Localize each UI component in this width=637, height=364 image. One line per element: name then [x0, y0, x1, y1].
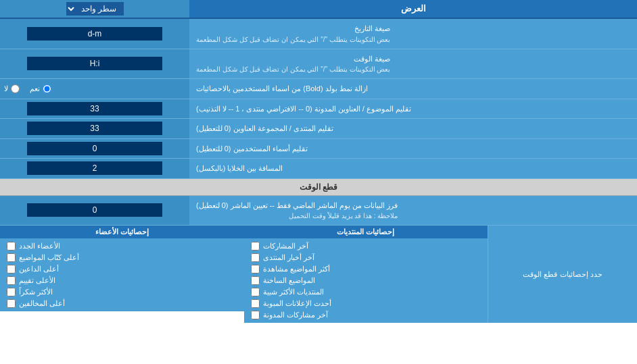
forums-stats-header: إحصائيات المنتديات [244, 226, 488, 238]
members-stat-item: أعلى الداعين [7, 265, 237, 274]
members-stat-checkbox-4[interactable] [7, 276, 16, 285]
cell-spacing-row: المسافة بين الخلايا (بالبكسل) [0, 159, 637, 179]
date-format-label: صيغة التاريخ بعض التكوينات يتطلب "/" الت… [189, 19, 637, 49]
forums-stat-checkbox-5[interactable] [251, 288, 260, 296]
forum-pagination-label: تقليم المنتدى / المجموعة العناوين (0 للت… [189, 119, 637, 138]
topics-pagination-input[interactable] [27, 102, 162, 115]
select-cell[interactable]: سطر واحد سطران ثلاثة أسطر [0, 0, 189, 18]
forums-stat-item: المنتديات الأكثر شبية [251, 288, 481, 296]
members-stats-header: إحصائيات الأعضاء [0, 226, 244, 238]
forums-stat-item: آخر أخبار المنتدى [251, 253, 481, 262]
members-stat-item: الأكثر شكراً [7, 288, 237, 296]
forums-stat-item: آخر المشاركات [251, 242, 481, 251]
members-stat-item: أعلى كتّاب المواضيع [7, 253, 237, 262]
members-stat-item: الأعلى تقييم [7, 276, 237, 285]
members-stats-items: الأعضاء الجدد أعلى كتّاب المواضيع أعلى ا… [0, 238, 244, 311]
topics-pagination-row: تقليم الموضوع / العناوين المدونة (0 -- ا… [0, 99, 637, 120]
forums-stat-item: آخر مشاركات المدونة [251, 311, 481, 319]
stats-section: حدد إحصائيات قطع الوقت إحصائيات المنتديا… [0, 226, 637, 323]
user-names-input[interactable] [27, 142, 162, 155]
forums-stat-checkbox-7[interactable] [251, 311, 260, 319]
bold-remove-row: ازالة نمط بولد (Bold) من اسماء المستخدمي… [0, 79, 637, 99]
forums-stat-checkbox-3[interactable] [251, 265, 260, 274]
forums-stat-checkbox-6[interactable] [251, 299, 260, 308]
cell-spacing-input-cell [0, 159, 189, 178]
cell-spacing-input[interactable] [27, 161, 162, 175]
forums-stats-items: آخر المشاركات آخر أخبار المنتدى أكثر الم… [244, 238, 488, 323]
members-stat-checkbox-5[interactable] [7, 288, 16, 296]
display-row: العرض سطر واحد سطران ثلاثة أسطر [0, 0, 637, 19]
time-format-input[interactable] [27, 57, 162, 70]
members-stat-checkbox-6[interactable] [7, 299, 16, 308]
cutoff-days-label: فرز البيانات من يوم الماشر الماضي فقط --… [189, 196, 637, 226]
time-format-row: صيغة الوقت بعض التكوينات يتطلب "/" التي … [0, 49, 637, 80]
members-stat-item: أعلى المخالفين [7, 299, 237, 308]
user-names-row: تقليم أسماء المستخدمين (0 للتعطيل) [0, 139, 637, 159]
user-names-input-cell [0, 139, 189, 159]
date-format-input[interactable] [27, 27, 162, 41]
topics-pagination-input-cell [0, 99, 189, 119]
display-select[interactable]: سطر واحد سطران ثلاثة أسطر [66, 2, 124, 16]
cutoff-days-input[interactable] [27, 203, 162, 217]
forums-stat-item: أكثر المواضيع مشاهدة [251, 265, 481, 274]
topics-pagination-label: تقليم الموضوع / العناوين المدونة (0 -- ا… [189, 99, 637, 119]
bold-no-radio[interactable] [11, 84, 20, 93]
define-stats-cell: حدد إحصائيات قطع الوقت [488, 226, 637, 323]
cutoff-days-row: فرز البيانات من يوم الماشر الماضي فقط --… [0, 196, 637, 226]
bold-yes-radio[interactable] [43, 84, 51, 93]
time-format-input-cell [0, 49, 189, 79]
forum-pagination-input[interactable] [27, 122, 162, 135]
forum-pagination-input-cell [0, 119, 189, 138]
members-stat-item: الأعضاء الجدد [7, 242, 237, 251]
time-format-label: صيغة الوقت بعض التكوينات يتطلب "/" التي … [189, 49, 637, 79]
bold-remove-label: ازالة نمط بولد (Bold) من اسماء المستخدمي… [189, 79, 637, 99]
forums-stat-checkbox-1[interactable] [251, 242, 260, 251]
bold-yes-option[interactable]: نعم [30, 84, 51, 93]
date-format-row: صيغة التاريخ بعض التكوينات يتطلب "/" الت… [0, 19, 637, 49]
cutoff-section-header: قطع الوقت [0, 179, 637, 196]
user-names-label: تقليم أسماء المستخدمين (0 للتعطيل) [189, 139, 637, 159]
cutoff-days-input-cell [0, 196, 189, 226]
members-stats-col: إحصائيات الأعضاء الأعضاء الجدد أعلى كتّا… [0, 226, 244, 323]
forums-stat-checkbox-2[interactable] [251, 253, 260, 262]
forums-stat-item: أحدث الإعلانات المبوبة [251, 299, 481, 308]
bold-remove-options: نعم لا [0, 79, 189, 99]
members-stat-checkbox-1[interactable] [7, 242, 16, 251]
bold-no-option[interactable]: لا [4, 84, 20, 93]
date-format-input-cell [0, 19, 189, 49]
cell-spacing-label: المسافة بين الخلايا (بالبكسل) [189, 159, 637, 178]
forums-stats-col: إحصائيات المنتديات آخر المشاركات آخر أخب… [244, 226, 489, 323]
forums-stat-checkbox-4[interactable] [251, 276, 260, 285]
members-stat-checkbox-3[interactable] [7, 265, 16, 274]
forum-pagination-row: تقليم المنتدى / المجموعة العناوين (0 للت… [0, 119, 637, 139]
display-label: العرض [189, 0, 637, 18]
forums-stat-item: المواضيع الساخنة [251, 276, 481, 285]
members-stat-checkbox-2[interactable] [7, 253, 16, 262]
